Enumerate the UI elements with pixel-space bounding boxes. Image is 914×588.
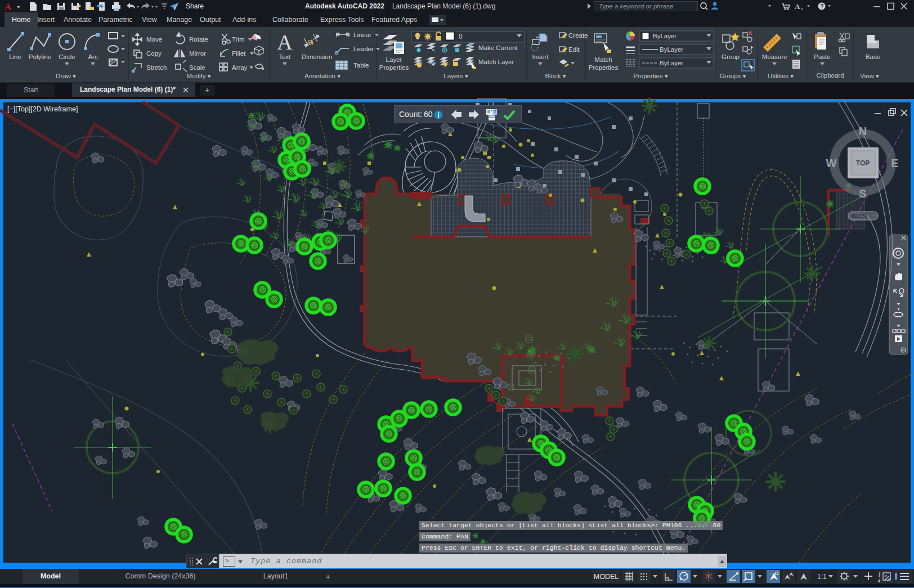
svg-text:MODEL: MODEL bbox=[594, 573, 619, 581]
svg-text:ByLayer: ByLayer bbox=[660, 46, 683, 53]
svg-text:Circle: Circle bbox=[59, 53, 75, 60]
svg-text:Stretch: Stretch bbox=[146, 64, 167, 71]
svg-text:Polyline: Polyline bbox=[29, 53, 51, 60]
svg-text:Text: Text bbox=[279, 53, 291, 60]
svg-text:Make Current: Make Current bbox=[478, 44, 518, 51]
svg-text:A: A bbox=[277, 30, 293, 54]
svg-text:Scale: Scale bbox=[189, 64, 205, 71]
svg-text:Table: Table bbox=[353, 62, 369, 69]
svg-text:Rotate: Rotate bbox=[189, 36, 208, 43]
svg-text:Trim: Trim bbox=[232, 36, 245, 43]
svg-text:Properties: Properties bbox=[379, 64, 409, 71]
svg-text:Properties: Properties bbox=[589, 64, 619, 71]
svg-text:1:1: 1:1 bbox=[817, 573, 827, 581]
svg-text:Group: Group bbox=[722, 53, 740, 60]
svg-text:Dimension: Dimension bbox=[302, 53, 332, 60]
svg-text:Insert: Insert bbox=[532, 53, 549, 60]
svg-text:E: E bbox=[891, 157, 898, 169]
svg-text:Arc: Arc bbox=[88, 53, 98, 60]
svg-text:Fillet: Fillet bbox=[232, 50, 246, 57]
svg-text:Create: Create bbox=[568, 32, 588, 39]
svg-text:Mirror: Mirror bbox=[189, 50, 206, 57]
svg-text:Measure: Measure bbox=[762, 53, 787, 60]
svg-text:Paste: Paste bbox=[814, 53, 830, 60]
svg-text:TOP: TOP bbox=[856, 159, 870, 167]
svg-text:Leader: Leader bbox=[353, 46, 374, 52]
svg-text:Array: Array bbox=[232, 64, 248, 71]
svg-text:ByLayer: ByLayer bbox=[660, 60, 683, 66]
svg-text:Line: Line bbox=[9, 53, 21, 60]
svg-text:Move: Move bbox=[146, 36, 162, 43]
svg-text:Match: Match bbox=[594, 56, 612, 63]
svg-text:Match Layer: Match Layer bbox=[478, 59, 514, 65]
svg-text:A: A bbox=[795, 2, 800, 11]
svg-text:S: S bbox=[859, 187, 866, 200]
svg-text:?: ? bbox=[821, 3, 824, 10]
svg-text:WCS: WCS bbox=[852, 213, 867, 219]
svg-text:N: N bbox=[859, 125, 867, 137]
svg-text:Copy: Copy bbox=[146, 50, 162, 57]
svg-text:Layer: Layer bbox=[386, 56, 402, 63]
svg-text:0: 0 bbox=[459, 33, 463, 41]
svg-text:A: A bbox=[5, 2, 12, 12]
svg-text:Linear: Linear bbox=[353, 32, 371, 38]
svg-text:Base: Base bbox=[866, 53, 880, 60]
svg-text:Edit: Edit bbox=[568, 46, 580, 53]
svg-text:W: W bbox=[826, 157, 837, 169]
svg-text:ByLayer: ByLayer bbox=[653, 33, 676, 39]
